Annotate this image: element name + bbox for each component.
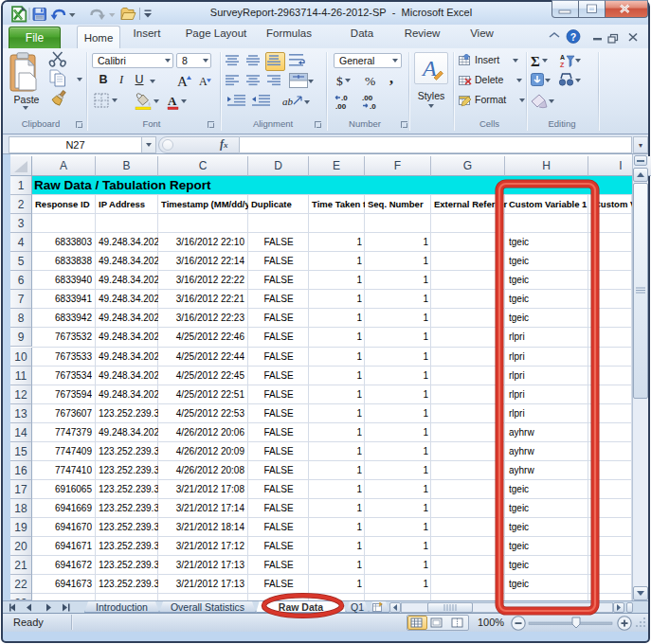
svg-text:A: A [168, 94, 177, 108]
svg-text:.0: .0 [370, 102, 376, 111]
svg-text:A: A [560, 54, 565, 61]
svg-text:?: ? [570, 31, 576, 43]
svg-text:Σ: Σ [531, 54, 540, 69]
svg-text:$: $ [336, 74, 343, 88]
svg-text:%: % [365, 74, 375, 88]
svg-text:ab: ab [282, 96, 294, 107]
svg-text:A: A [177, 74, 188, 89]
svg-text:.00: .00 [335, 102, 347, 111]
svg-text:A: A [421, 56, 437, 80]
svg-text:Z: Z [560, 62, 565, 68]
svg-text:,: , [389, 72, 393, 86]
svg-text:A: A [199, 75, 208, 88]
